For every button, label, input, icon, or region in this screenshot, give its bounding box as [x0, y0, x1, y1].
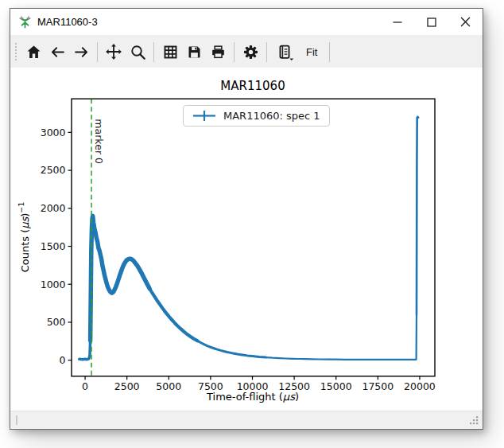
data-series-line[interactable]: [91, 216, 150, 341]
x-tick-label: 0: [82, 380, 88, 392]
marker-label: marker 0: [93, 119, 105, 164]
toolbar-separator: [153, 42, 154, 62]
printer-icon: [210, 44, 227, 60]
fit-button[interactable]: Fit: [298, 40, 325, 64]
back-arrow-icon: [49, 44, 66, 60]
statusbar: [10, 411, 483, 429]
y-tick-label: 2000: [41, 202, 66, 214]
data-series-line[interactable]: [149, 288, 197, 341]
customize-button[interactable]: [238, 40, 262, 64]
figure-canvas[interactable]: marker 002500500075001000012500150001750…: [10, 68, 483, 411]
data-series-line[interactable]: [266, 314, 417, 359]
x-tick-label: 2500: [114, 380, 140, 392]
plot-toolbar: Fit: [10, 36, 483, 68]
y-axis-unit: μs: [19, 217, 31, 229]
x-tick-label: 5000: [156, 380, 181, 392]
home-button[interactable]: [21, 40, 45, 64]
y-tick-label: 1500: [41, 240, 66, 252]
data-series-line[interactable]: [417, 117, 418, 315]
chevron-down-icon: [289, 58, 293, 60]
save-floppy-icon: [186, 44, 203, 60]
statusbar-handle: [16, 415, 17, 425]
pan-arrows-icon: [105, 43, 122, 60]
grid-icon: [162, 44, 179, 60]
generate-script-icon: [275, 43, 294, 61]
mantid-logo-icon: [17, 15, 32, 29]
minimize-icon: [393, 18, 402, 27]
back-button[interactable]: [45, 40, 69, 64]
grid-button[interactable]: [158, 40, 182, 64]
toolbar-separator: [329, 42, 330, 62]
minimize-button[interactable]: [380, 9, 414, 35]
x-tick-label: 15000: [320, 380, 352, 392]
y-tick-label: 3000: [41, 127, 66, 138]
x-axis-unit: μs: [283, 391, 295, 403]
axes-spines: [72, 99, 435, 376]
magnifier-icon: [130, 44, 146, 60]
y-tick-label: 2500: [41, 164, 66, 176]
toolbar-separator: [234, 42, 235, 62]
legend-errorbar-icon: [192, 110, 216, 122]
y-axis-label: Counts (μs)−1: [17, 202, 30, 273]
resize-grip-icon[interactable]: [469, 415, 479, 426]
legend-box[interactable]: MAR11060: spec 1: [183, 105, 330, 127]
toolbar-separator: [266, 42, 267, 62]
x-axis-label: Time-of-flight (μs): [207, 391, 299, 403]
x-tick-label: 17500: [362, 380, 394, 392]
legend-label: MAR11060: spec 1: [223, 110, 320, 122]
save-button[interactable]: [182, 40, 206, 64]
y-tick-label: 1000: [41, 279, 66, 290]
window-controls: [380, 9, 483, 35]
forward-button[interactable]: [69, 40, 93, 64]
y-axis-exponent: −1: [17, 202, 25, 213]
close-button[interactable]: [448, 9, 483, 35]
data-series-line[interactable]: [197, 341, 266, 357]
x-tick-label: 20000: [404, 380, 436, 392]
maximize-icon: [427, 18, 436, 27]
toolbar-separator: [97, 42, 98, 62]
zoom-button[interactable]: [126, 40, 149, 64]
toolbar-drag-handle[interactable]: [15, 43, 17, 60]
window-titlebar[interactable]: MAR11060-3: [10, 9, 483, 36]
close-icon: [460, 17, 471, 27]
y-tick-label: 500: [47, 316, 66, 328]
data-series-line[interactable]: [79, 341, 91, 360]
print-button[interactable]: [206, 40, 230, 64]
y-tick-label: 0: [60, 354, 66, 366]
plot-title: MAR11060: [220, 79, 285, 93]
forward-arrow-icon: [73, 44, 90, 60]
maximize-button[interactable]: [414, 9, 448, 35]
pan-button[interactable]: [102, 40, 126, 64]
generate-script-button[interactable]: [271, 40, 298, 64]
home-icon: [25, 44, 42, 60]
gear-icon: [242, 44, 259, 60]
plot-window: MAR11060-3: [10, 8, 483, 430]
window-title: MAR11060-3: [37, 16, 380, 28]
